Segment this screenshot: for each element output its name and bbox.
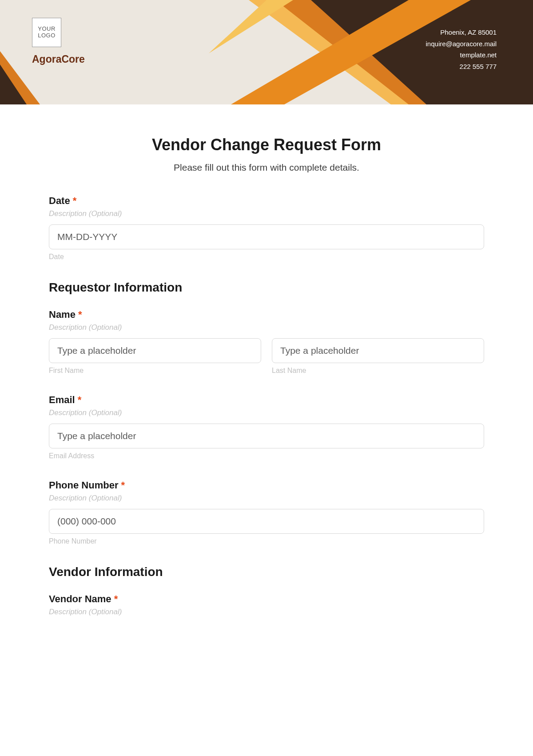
- contact-info: Phoenix, AZ 85001 inquire@agoracore.mail…: [426, 27, 497, 72]
- section-vendor: Vendor Information: [49, 565, 484, 579]
- phone-desc: Description (Optional): [49, 494, 484, 503]
- brand-name: AgoraCore: [32, 53, 85, 65]
- contact-phone: 222 555 777: [426, 61, 497, 72]
- required-mark: *: [78, 309, 82, 320]
- phone-sublabel: Phone Number: [49, 537, 484, 545]
- email-sublabel: Email Address: [49, 452, 484, 460]
- vendor-name-label: Vendor Name *: [49, 593, 484, 605]
- logo-text: YOUR LOGO: [32, 26, 61, 39]
- date-label: Date *: [49, 195, 484, 207]
- page-title: Vendor Change Request Form: [49, 136, 484, 154]
- email-desc: Description (Optional): [49, 408, 484, 417]
- date-input[interactable]: [49, 224, 484, 249]
- field-phone: Phone Number * Description (Optional) Ph…: [49, 480, 484, 545]
- last-name-sublabel: Last Name: [272, 367, 484, 375]
- first-name-input[interactable]: [49, 338, 261, 363]
- field-date: Date * Description (Optional) Date: [49, 195, 484, 261]
- field-email: Email * Description (Optional) Email Add…: [49, 394, 484, 460]
- page-subtitle: Please fill out this form with complete …: [49, 162, 484, 173]
- phone-input[interactable]: [49, 509, 484, 534]
- date-desc: Description (Optional): [49, 209, 484, 218]
- required-mark: *: [78, 394, 82, 405]
- contact-email: inquire@agoracore.mail: [426, 38, 497, 50]
- section-requestor: Requestor Information: [49, 280, 484, 295]
- vendor-name-desc: Description (Optional): [49, 608, 484, 616]
- required-mark: *: [73, 195, 77, 206]
- email-input[interactable]: [49, 424, 484, 448]
- name-label: Name *: [49, 309, 484, 320]
- first-name-sublabel: First Name: [49, 367, 261, 375]
- logo-placeholder: YOUR LOGO: [32, 18, 61, 47]
- field-vendor-name: Vendor Name * Description (Optional): [49, 593, 484, 616]
- phone-label: Phone Number *: [49, 480, 484, 491]
- date-sublabel: Date: [49, 253, 484, 261]
- last-name-input[interactable]: [272, 338, 484, 363]
- form-container: Vendor Change Request Form Please fill o…: [0, 104, 533, 640]
- contact-site: template.net: [426, 49, 497, 61]
- required-mark: *: [114, 593, 118, 604]
- email-label: Email *: [49, 394, 484, 406]
- required-mark: *: [121, 480, 125, 491]
- contact-address: Phoenix, AZ 85001: [426, 27, 497, 38]
- name-desc: Description (Optional): [49, 323, 484, 332]
- field-name: Name * Description (Optional) First Name…: [49, 309, 484, 375]
- header-banner: YOUR LOGO AgoraCore Phoenix, AZ 85001 in…: [0, 0, 533, 104]
- logo-block: YOUR LOGO AgoraCore: [32, 18, 85, 65]
